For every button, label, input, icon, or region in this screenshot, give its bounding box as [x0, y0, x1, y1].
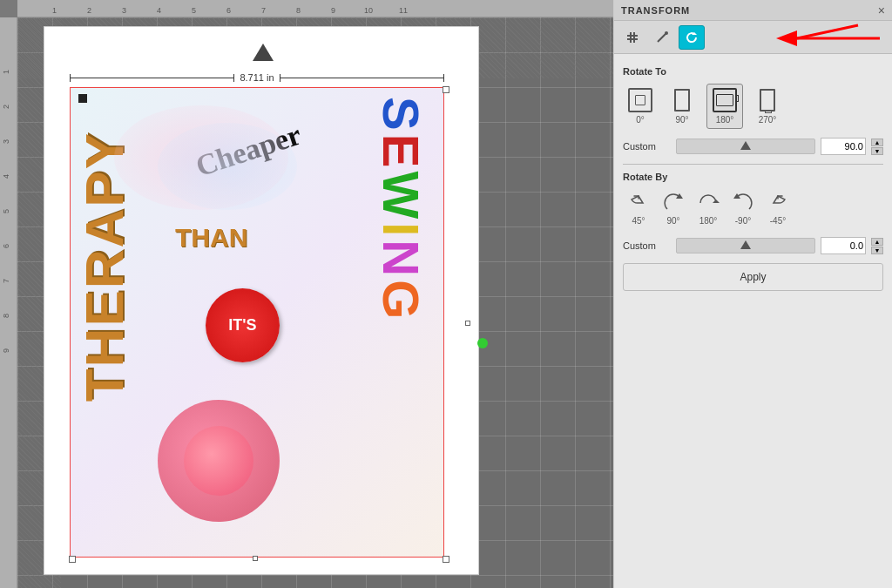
svg-line-4 [658, 33, 666, 42]
selection-handle-br[interactable] [443, 556, 449, 563]
rotate-by-spin-down[interactable]: ▼ [871, 247, 883, 254]
rotate-to-spin-buttons: ▲ ▼ [871, 139, 883, 155]
than-text: THAN [175, 223, 247, 253]
svg-rect-0 [627, 35, 638, 37]
selection-handle-bm[interactable] [253, 556, 258, 561]
measurement-value: 8.711 in [234, 72, 279, 83]
rotate-to-slider[interactable] [676, 139, 815, 154]
rotate-to-value-input[interactable] [821, 138, 866, 155]
rotate-to-slider-thumb [740, 141, 751, 150]
top-ruler: 1 2 3 4 5 6 7 8 9 10 11 [17, 0, 613, 17]
rotate-to-180-button[interactable]: 180° [706, 84, 743, 129]
rotate-by-slider-thumb [740, 240, 751, 249]
rotate-to-90-button[interactable]: 90° [665, 84, 699, 128]
svg-marker-10 [676, 193, 683, 199]
rotate-to-custom-row: Custom ▲ ▼ [623, 138, 883, 155]
panel-tools [614, 21, 892, 54]
rotate-by-45-button[interactable]: 45° [623, 189, 654, 228]
svg-rect-3 [633, 32, 635, 43]
rotate-to-270-label: 270° [759, 115, 777, 125]
green-dot-handle[interactable] [477, 338, 488, 348]
rotate-to-custom-label: Custom [623, 141, 671, 152]
panel-titlebar: TRANSFORM × [614, 0, 892, 21]
selection-handle-rm[interactable] [465, 321, 470, 326]
rotate-by-icons-row: 45° 90° [623, 189, 883, 228]
rotate-to-spin-up[interactable]: ▲ [871, 139, 883, 146]
svg-rect-2 [630, 32, 632, 43]
measure-line-right [280, 78, 444, 78]
rotate-to-270-button[interactable]: 270° [750, 84, 785, 128]
design-image[interactable]: THERAPY Cheaper THAN IT'S SEWING [70, 87, 444, 558]
rotate-to-icons-row: 0° 90° 180° [623, 84, 883, 129]
rotate-by-neg90-button[interactable]: -90° [727, 189, 759, 228]
up-arrow-icon [253, 44, 274, 61]
rotate-by-custom-row: Custom ▲ ▼ [623, 237, 883, 254]
rotate-to-90-label: 90° [675, 115, 688, 125]
measure-line-left [70, 78, 234, 78]
therapy-text: THERAPY [78, 132, 132, 402]
svg-point-5 [665, 31, 668, 35]
selection-handle-tl-black[interactable] [78, 94, 87, 103]
rotate-by-value-input[interactable] [821, 237, 866, 254]
rotate-by-custom-label: Custom [623, 240, 671, 251]
its-circle: IT'S [206, 288, 280, 362]
rotate-by-180-button[interactable]: 180° [693, 189, 724, 228]
apply-button[interactable]: Apply [623, 263, 883, 291]
svg-marker-11 [713, 199, 720, 203]
selection-handle-tr[interactable] [443, 86, 449, 93]
rotate-by-neg90-label: -90° [735, 216, 751, 226]
rotate-to-180-label: 180° [716, 115, 734, 125]
left-ruler: 1 2 3 4 5 6 7 8 9 [0, 17, 17, 588]
rotate-by-spin-buttons: ▲ ▼ [871, 238, 883, 254]
transform-panel: TRANSFORM × [613, 0, 892, 588]
rotate-by-90-button[interactable]: 90° [658, 189, 689, 228]
svg-line-9 [797, 25, 858, 38]
panel-body: Rotate To 0° 90° [614, 54, 892, 588]
svg-rect-1 [627, 38, 638, 40]
divider [623, 164, 883, 165]
rotate-by-180-label: 180° [699, 216, 718, 226]
svg-marker-12 [733, 193, 740, 199]
rotate-by-neg45-button[interactable]: -45° [762, 189, 794, 228]
rotate-by-slider[interactable] [676, 238, 815, 253]
rotate-to-label: Rotate To [623, 66, 883, 77]
rotate-to-spin-down[interactable]: ▼ [871, 147, 883, 155]
rotate-by-90-label: 90° [666, 216, 679, 226]
measurement-bar: 8.711 in [70, 70, 444, 85]
position-tool-button[interactable] [619, 25, 645, 50]
rotate-to-0-label: 0° [636, 115, 645, 125]
canvas-content: 8.711 in THERAPY Cheaper THAN IT'S SEWIN… [17, 17, 613, 588]
rotate-by-spin-up[interactable]: ▲ [871, 238, 883, 246]
rotate-by-label: Rotate By [623, 172, 883, 182]
rotate-to-0-button[interactable]: 0° [623, 84, 658, 128]
skew-tool-button[interactable] [649, 25, 675, 50]
sewing-text: SEWING [375, 97, 426, 322]
rotate-by-neg45-label: -45° [770, 216, 786, 226]
selection-handle-bl[interactable] [69, 556, 76, 563]
panel-title: TRANSFORM [621, 5, 690, 16]
rotate-by-45-label: 45° [632, 216, 645, 226]
cheaper-text: Cheaper [139, 113, 358, 189]
rotate-tool-button[interactable] [679, 25, 705, 50]
canvas-area: 1 2 3 4 5 6 7 8 9 10 11 1 2 3 4 5 6 7 8 … [0, 0, 613, 588]
panel-close-button[interactable]: × [878, 3, 885, 17]
